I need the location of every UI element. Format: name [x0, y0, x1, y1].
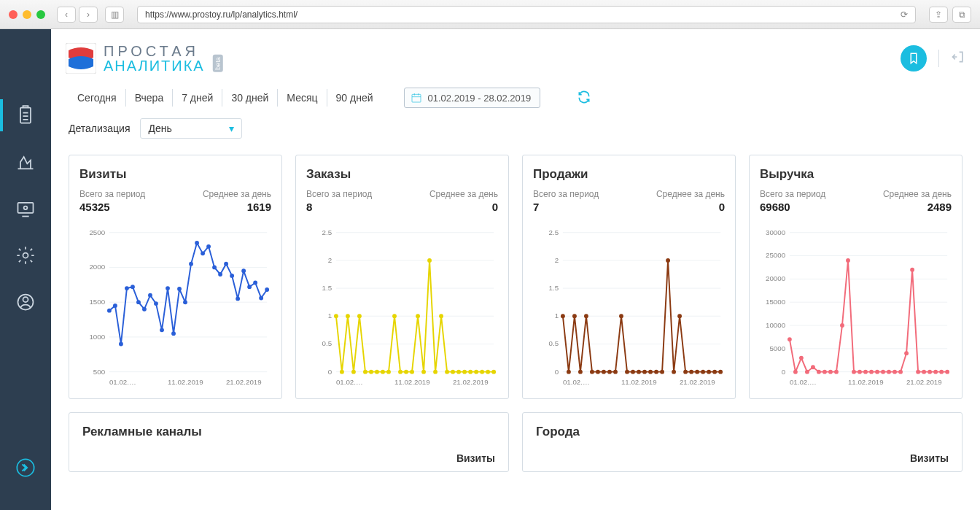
svg-text:1000: 1000 [89, 333, 105, 341]
svg-text:01.02.…: 01.02.… [790, 378, 817, 386]
period-30d[interactable]: 30 дней [222, 89, 278, 107]
sidebar [0, 29, 51, 510]
detail-label: Детализация [69, 123, 130, 134]
close-window[interactable] [9, 10, 18, 19]
sidebar-item-account[interactable] [12, 289, 39, 315]
svg-point-177 [928, 370, 932, 374]
svg-point-164 [852, 370, 856, 374]
svg-point-48 [259, 296, 263, 301]
period-7d[interactable]: 7 дней [173, 89, 222, 107]
svg-point-34 [177, 287, 182, 291]
visits-total: 45325 [79, 201, 110, 213]
kpi-cards: Визиты Всего за периодСреднее за день 45… [51, 146, 980, 412]
svg-point-173 [904, 351, 909, 355]
svg-point-126 [666, 258, 670, 263]
svg-point-68 [351, 370, 356, 374]
svg-point-127 [672, 370, 676, 374]
logo-mark [66, 43, 96, 74]
svg-text:01.02.…: 01.02.… [336, 378, 363, 386]
period-90d[interactable]: 90 дней [327, 89, 382, 107]
sidebar-item-settings[interactable] [12, 242, 39, 268]
svg-text:20000: 20000 [766, 274, 786, 282]
orders-total: 8 [306, 201, 312, 213]
svg-point-87 [462, 370, 467, 374]
svg-point-37 [195, 241, 199, 245]
cities-title: Города [536, 425, 949, 439]
svg-text:0: 0 [328, 368, 332, 376]
svg-point-2 [24, 206, 28, 210]
orders-avg: 0 [492, 201, 498, 213]
beta-badge: beta [212, 55, 222, 72]
svg-point-22 [107, 309, 112, 313]
svg-point-118 [619, 314, 623, 318]
detail-select[interactable]: День [140, 118, 242, 139]
visits-avg: 1619 [247, 201, 271, 213]
svg-point-28 [142, 307, 147, 312]
sidebar-toggle[interactable]: ▥ [105, 7, 124, 23]
svg-point-86 [456, 370, 461, 374]
svg-point-161 [834, 370, 839, 374]
minimize-window[interactable] [23, 10, 31, 19]
svg-text:1: 1 [328, 312, 332, 320]
tabs-button[interactable]: ⧉ [952, 7, 971, 23]
svg-point-29 [148, 293, 152, 298]
back-button[interactable]: ‹ [57, 7, 76, 23]
card-cities: Города Визиты [522, 412, 962, 472]
svg-point-179 [939, 370, 944, 374]
period-today[interactable]: Сегодня [69, 89, 126, 107]
svg-text:1.5: 1.5 [322, 284, 332, 292]
svg-point-91 [486, 370, 490, 374]
bookmark-button[interactable] [901, 45, 927, 72]
svg-point-88 [468, 370, 472, 374]
svg-point-45 [241, 268, 246, 273]
svg-point-113 [590, 370, 594, 374]
sidebar-item-reports[interactable] [12, 102, 39, 128]
svg-point-180 [945, 370, 949, 374]
svg-text:11.02.2019: 11.02.2019 [168, 378, 203, 386]
svg-point-72 [375, 370, 379, 374]
period-yesterday[interactable]: Вчера [126, 89, 174, 107]
svg-point-135 [718, 370, 723, 374]
period-month[interactable]: Месяц [278, 89, 327, 107]
cities-sub: Визиты [536, 452, 949, 464]
svg-point-128 [677, 314, 682, 318]
sidebar-expand[interactable] [12, 455, 39, 481]
url-bar[interactable]: https://www.prostoy.ru/lp/analytics.html… [137, 6, 916, 23]
svg-text:500: 500 [93, 368, 106, 376]
svg-point-171 [892, 370, 897, 374]
svg-text:2000: 2000 [89, 263, 105, 271]
reload-icon[interactable]: ⟳ [901, 9, 908, 20]
date-range-picker[interactable]: 01.02.2019 - 28.02.2019 [404, 88, 541, 108]
share-button[interactable]: ⇪ [929, 7, 948, 23]
svg-point-90 [480, 370, 484, 374]
svg-text:15000: 15000 [766, 298, 786, 306]
svg-point-125 [660, 370, 664, 374]
refresh-button[interactable] [577, 90, 591, 107]
svg-point-122 [642, 370, 647, 374]
svg-point-153 [788, 337, 792, 341]
svg-point-70 [363, 370, 368, 374]
svg-point-163 [846, 258, 850, 263]
svg-point-84 [445, 370, 449, 374]
svg-rect-1 [18, 203, 34, 213]
card-revenue: Выручка Всего за периодСреднее за день 6… [749, 155, 962, 399]
svg-point-112 [584, 314, 588, 318]
svg-point-40 [212, 266, 217, 270]
forward-button[interactable]: › [79, 7, 98, 23]
card-title: Заказы [306, 167, 498, 182]
logout-button[interactable] [951, 50, 965, 68]
svg-text:10000: 10000 [766, 321, 786, 329]
svg-point-92 [491, 370, 496, 374]
svg-point-39 [206, 244, 211, 249]
svg-point-174 [910, 268, 914, 272]
sidebar-item-analytics[interactable] [12, 149, 39, 175]
maximize-window[interactable] [36, 10, 45, 19]
svg-text:21.02.2019: 21.02.2019 [226, 378, 262, 386]
svg-point-24 [119, 342, 123, 347]
svg-point-78 [410, 370, 414, 374]
svg-text:0.5: 0.5 [549, 339, 559, 347]
svg-text:11.02.2019: 11.02.2019 [848, 378, 884, 386]
svg-text:01.02.…: 01.02.… [563, 378, 590, 386]
sidebar-item-monitor[interactable] [12, 196, 39, 222]
divider [938, 50, 939, 67]
